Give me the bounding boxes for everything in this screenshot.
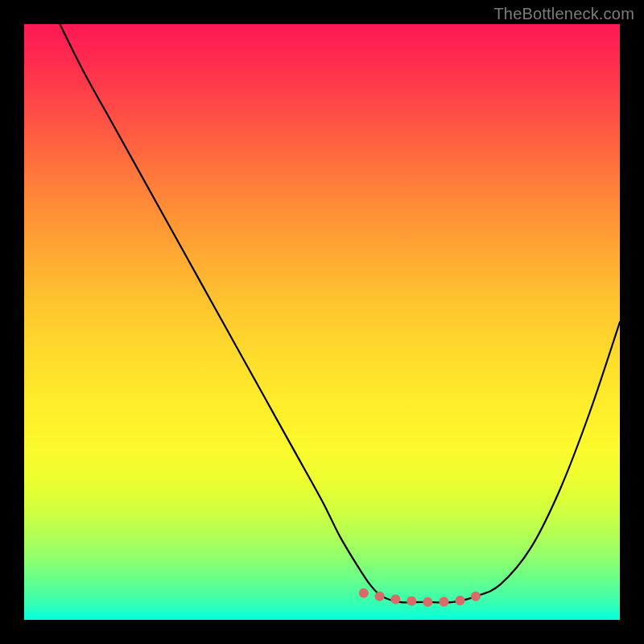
watermark-text: TheBottleneck.com [493,5,634,23]
flat-region-markers [364,593,477,602]
curve-svg [24,24,620,620]
bottleneck-curve [60,24,620,602]
chart-frame: TheBottleneck.com [0,0,644,644]
plot-area [24,24,620,620]
